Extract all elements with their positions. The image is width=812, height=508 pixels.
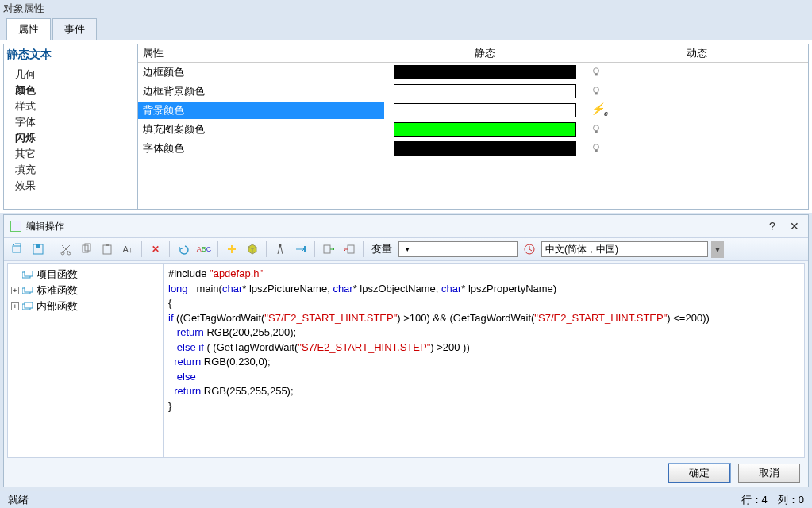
tab-events[interactable]: 事件: [52, 18, 97, 40]
tree-item-effect[interactable]: 效果: [7, 178, 134, 194]
bulb-icon[interactable]: [591, 124, 602, 135]
expand-icon[interactable]: +: [11, 302, 19, 310]
toolbar-find-icon[interactable]: A↓: [119, 241, 137, 258]
toolbar-import-icon[interactable]: [320, 241, 337, 258]
tree-item-other[interactable]: 其它: [7, 146, 134, 162]
svg-rect-22: [348, 245, 354, 253]
row-border-bg-color[interactable]: 边框背景颜色: [138, 82, 808, 101]
row-label: 边框颜色: [138, 64, 384, 81]
status-position: 行：4 列：0: [741, 493, 804, 507]
toolbar-clock-icon[interactable]: [521, 241, 538, 258]
toolbar-goto-icon[interactable]: [292, 241, 310, 258]
header-static: 静态: [384, 44, 586, 62]
bolt-icon[interactable]: ⚡c: [591, 102, 608, 117]
svg-rect-21: [324, 245, 330, 253]
window-title: 对象属性: [0, 0, 812, 17]
func-label: 项目函数: [37, 267, 78, 282]
color-swatch[interactable]: [394, 103, 576, 117]
tree-title: 静态文本: [7, 48, 134, 62]
editor-footer: 确定 取消: [4, 460, 808, 487]
svg-point-19: [279, 244, 282, 247]
toolbar-compass-icon[interactable]: [271, 241, 289, 258]
editor-dialog: 编辑操作 ? ✕ A↓ ✕ ABC 变量 ▾ 中文(简体，中国) ▾: [3, 214, 809, 487]
status-bar: 就绪 行：4 列：0: [0, 491, 812, 508]
svg-rect-5: [595, 130, 598, 133]
row-label: 边框背景颜色: [138, 83, 384, 100]
editor-window-icon: [10, 221, 21, 232]
color-swatch[interactable]: [394, 84, 576, 98]
function-tree: 项目函数 + 标准函数 + 内部函数: [8, 264, 164, 457]
toolbar-save-icon[interactable]: [29, 241, 47, 258]
svg-rect-29: [25, 302, 33, 308]
editor-title-text: 编辑操作: [26, 220, 64, 233]
svg-point-6: [594, 144, 599, 149]
svg-rect-20: [304, 246, 306, 252]
svg-point-4: [594, 125, 599, 130]
row-label: 字体颜色: [138, 140, 384, 157]
row-label: 填充图案颜色: [138, 121, 384, 138]
tree-item-blink[interactable]: 闪烁: [7, 130, 134, 146]
func-standard[interactable]: + 标准函数: [11, 283, 160, 298]
toolbar-delete-icon[interactable]: ✕: [147, 241, 164, 258]
tree-item-color[interactable]: 颜色: [7, 83, 134, 98]
close-icon[interactable]: ✕: [787, 220, 802, 233]
toolbar-cube-icon[interactable]: [244, 241, 261, 258]
property-rows: 边框颜色 边框背景颜色 背景颜色 ⚡c 填充图案颜色 字体颜色: [138, 63, 808, 209]
tree-item-fill[interactable]: 填充: [7, 162, 134, 178]
toolbar-lang-dropdown[interactable]: ▾: [711, 241, 724, 258]
svg-rect-25: [25, 271, 33, 276]
editor-titlebar: 编辑操作 ? ✕: [4, 215, 808, 237]
tab-bar: 属性 事件: [0, 17, 812, 40]
row-label: 背景颜色: [138, 102, 384, 119]
func-label: 内部函数: [37, 299, 78, 314]
svg-point-2: [594, 87, 599, 92]
code-editor[interactable]: #include "apdefap.h" long _main(char* lp…: [164, 264, 804, 457]
svg-rect-16: [106, 244, 109, 246]
row-bg-color[interactable]: 背景颜色 ⚡c: [138, 101, 808, 120]
help-icon[interactable]: ?: [765, 220, 779, 233]
toolbar-abc-icon[interactable]: ABC: [195, 241, 213, 258]
svg-rect-10: [36, 244, 40, 248]
svg-rect-27: [25, 287, 33, 292]
color-swatch[interactable]: [394, 122, 576, 137]
tree-item-style[interactable]: 样式: [7, 98, 134, 114]
toolbar-bookmark-icon[interactable]: [223, 241, 241, 258]
bulb-icon[interactable]: [591, 67, 602, 78]
toolbar-var-select[interactable]: ▾: [398, 241, 518, 257]
toolbar-lang-select[interactable]: 中文(简体，中国): [541, 241, 708, 257]
editor-body: 项目函数 + 标准函数 + 内部函数 #include "apdefap.h" …: [7, 263, 805, 458]
svg-point-0: [594, 67, 599, 73]
header-attr: 属性: [138, 44, 384, 62]
header-dynamic: 动态: [586, 44, 808, 62]
toolbar-copy-icon[interactable]: [78, 241, 95, 258]
tree-item-geometry[interactable]: 几何: [7, 67, 134, 83]
status-ready: 就绪: [8, 493, 29, 507]
ok-button[interactable]: 确定: [668, 464, 730, 483]
svg-rect-8: [13, 246, 21, 252]
row-fill-pattern-color[interactable]: 填充图案颜色: [138, 120, 808, 139]
cancel-button[interactable]: 取消: [738, 464, 800, 483]
row-font-color[interactable]: 字体颜色: [138, 139, 808, 158]
svg-rect-1: [595, 73, 598, 75]
color-swatch[interactable]: [394, 141, 576, 156]
editor-toolbar: A↓ ✕ ABC 变量 ▾ 中文(简体，中国) ▾: [4, 237, 808, 261]
category-tree: 静态文本 几何 颜色 样式 字体 闪烁 其它 填充 效果: [3, 44, 138, 210]
tab-attributes[interactable]: 属性: [6, 18, 51, 40]
svg-rect-15: [103, 245, 111, 254]
svg-rect-3: [595, 92, 598, 94]
property-pane: 属性 静态 动态 边框颜色 边框背景颜色 背景颜色 ⚡c 填充图案颜色: [138, 44, 809, 210]
func-internal[interactable]: + 内部函数: [11, 298, 160, 314]
toolbar-export-icon[interactable]: [341, 241, 358, 258]
toolbar-var-label: 变量: [368, 242, 395, 256]
bulb-icon[interactable]: [591, 86, 602, 97]
toolbar-cut-icon[interactable]: [57, 241, 75, 258]
toolbar-open-icon[interactable]: [9, 241, 26, 258]
bulb-icon[interactable]: [591, 143, 602, 154]
func-project[interactable]: 项目函数: [11, 267, 160, 283]
expand-icon[interactable]: +: [11, 287, 19, 294]
color-swatch[interactable]: [394, 65, 576, 79]
tree-item-font[interactable]: 字体: [7, 114, 134, 130]
toolbar-undo-icon[interactable]: [175, 241, 192, 258]
row-border-color[interactable]: 边框颜色: [138, 63, 808, 82]
toolbar-paste-icon[interactable]: [98, 241, 116, 258]
